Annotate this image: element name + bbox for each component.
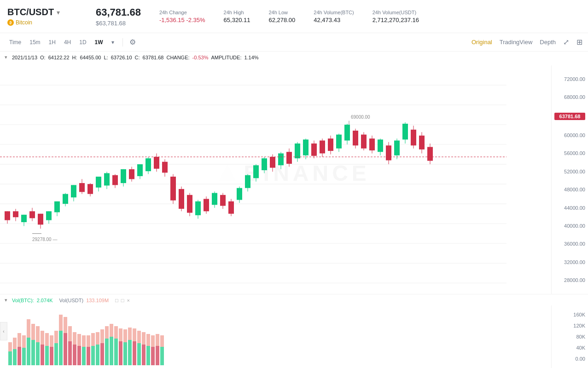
svg-rect-155 (87, 347, 90, 365)
tab-depth[interactable]: Depth (540, 39, 556, 46)
svg-rect-23 (38, 214, 43, 225)
svg-rect-35 (87, 184, 93, 194)
vol-icon-2[interactable]: □ (121, 298, 124, 303)
tab-15m[interactable]: 15m (26, 37, 44, 47)
candle-high-label: H: (72, 55, 77, 60)
svg-rect-122 (8, 342, 12, 351)
svg-rect-158 (91, 333, 95, 346)
svg-rect-43 (121, 169, 126, 183)
stat-vol-usdt-value: 2,712,270,237.16 (373, 17, 419, 23)
svg-rect-37 (96, 177, 101, 188)
price-label-48k: 48000.00 (554, 187, 585, 192)
coin-link[interactable]: ₿ Bitcoin (7, 19, 81, 26)
vol-toggle[interactable]: ▾ (5, 297, 7, 303)
pair-dropdown-icon[interactable]: ▾ (57, 9, 60, 16)
svg-rect-177 (137, 343, 141, 365)
svg-rect-81 (278, 153, 284, 165)
svg-rect-165 (110, 337, 113, 365)
expand-icon[interactable]: ⤢ (563, 38, 569, 46)
svg-rect-61 (195, 201, 201, 215)
settings-icon[interactable]: ⚙ (129, 38, 136, 46)
tab-more-icon[interactable]: ▾ (108, 37, 118, 47)
stat-vol-usdt-label: 24h Volume(USDT) (373, 10, 419, 15)
svg-rect-45 (129, 169, 134, 179)
volume-chart-svg: 07/01 08/01 09/01 10/01 11/01 (7, 305, 559, 368)
svg-rect-150 (73, 332, 76, 345)
vol-usdt-label: Vol(USDT) (59, 298, 84, 303)
svg-text:29278.00 —: 29278.00 — (32, 236, 58, 242)
svg-rect-79 (270, 157, 275, 168)
price-label-60k: 60000.00 (554, 132, 585, 138)
tab-original[interactable]: Original (472, 39, 492, 46)
svg-rect-175 (133, 341, 136, 365)
candle-open: 64122.22 (48, 55, 70, 60)
volume-area: ▾ Vol(BTC): 2.074K Vol(USDT) 133.109M □ … (0, 294, 588, 368)
svg-rect-140 (50, 335, 53, 347)
layout-icon[interactable]: ⊞ (576, 38, 582, 46)
svg-rect-173 (128, 340, 132, 365)
vol-icon-3[interactable]: × (127, 298, 129, 303)
header: BTC/USDT ▾ ₿ Bitcoin 63,781.68 $63,781.6… (0, 0, 588, 33)
left-expand-arrow[interactable]: ‹ (0, 322, 7, 340)
candle-amplitude-label: AMPLITUDE: (211, 55, 241, 60)
candle-date: 2021/11/13 (12, 55, 37, 60)
svg-rect-131 (31, 340, 35, 365)
candle-low-label: L: (104, 55, 108, 60)
vol-info-bar: ▾ Vol(BTC): 2.074K Vol(USDT) 133.109M □ … (5, 297, 130, 303)
vol-usdt-value: 133.109M (86, 298, 109, 303)
tab-tradingview[interactable]: TradingView (500, 39, 533, 46)
vol-scale-40k: 40K (554, 345, 585, 351)
svg-rect-59 (187, 195, 192, 213)
svg-rect-186 (156, 334, 159, 346)
svg-rect-148 (68, 326, 72, 341)
svg-rect-174 (128, 328, 132, 340)
candle-low: 63726.10 (111, 55, 132, 60)
stat-low: 24h Low 62,278.00 (265, 10, 299, 23)
price-label-44k: 44000.00 (554, 205, 585, 211)
svg-rect-169 (119, 341, 122, 365)
svg-rect-153 (82, 347, 86, 365)
svg-rect-162 (100, 329, 104, 343)
vol-icon-1[interactable]: □ (115, 298, 118, 303)
svg-rect-156 (87, 335, 90, 347)
tab-1h[interactable]: 1H (45, 37, 59, 47)
svg-rect-139 (50, 347, 53, 365)
svg-rect-47 (137, 164, 143, 176)
candle-high: 64455.00 (80, 55, 101, 60)
tab-time[interactable]: Time (6, 37, 25, 47)
toolbar-separator (122, 38, 123, 46)
stat-change: 24h Change -1,536.15 -2.35% (156, 10, 209, 23)
svg-rect-127 (22, 348, 26, 365)
svg-rect-136 (41, 331, 44, 345)
svg-rect-107 (378, 139, 383, 152)
svg-rect-15 (13, 211, 18, 217)
svg-rect-130 (27, 319, 30, 338)
svg-rect-187 (160, 347, 164, 365)
stat-change-label: 24h Change (159, 10, 205, 15)
tab-1d[interactable]: 1D (76, 37, 90, 47)
svg-rect-117 (419, 136, 425, 150)
stat-high-label: 24h High (224, 10, 250, 15)
price-scale: 72000.00 68000.00 63781.68 60000.00 5600… (551, 65, 588, 294)
candle-toggle[interactable]: ▾ (5, 54, 7, 60)
tab-1w[interactable]: 1W (91, 37, 107, 47)
svg-rect-146 (64, 317, 67, 333)
svg-rect-57 (179, 189, 184, 209)
price-label-40k: 40000.00 (554, 223, 585, 229)
svg-rect-49 (146, 158, 151, 171)
stat-low-label: 24h Low (268, 10, 295, 15)
tab-4h[interactable]: 4H (60, 37, 75, 47)
price-group: 63,781.68 $63,781.68 (92, 6, 145, 27)
svg-text:69000.00: 69000.00 (351, 115, 370, 120)
svg-rect-65 (212, 193, 217, 205)
svg-rect-19 (29, 211, 35, 218)
candle-group: 29278.00 — (5, 115, 433, 242)
vol-scale-160k: 160K (554, 312, 585, 317)
candle-close-label: C: (135, 55, 140, 60)
coin-name: Bitcoin (16, 19, 32, 26)
svg-rect-145 (64, 333, 67, 365)
svg-rect-41 (112, 175, 118, 185)
svg-rect-83 (286, 152, 292, 164)
pair-info: BTC/USDT ▾ ₿ Bitcoin (7, 7, 81, 26)
pair-name: BTC/USDT (7, 7, 54, 17)
